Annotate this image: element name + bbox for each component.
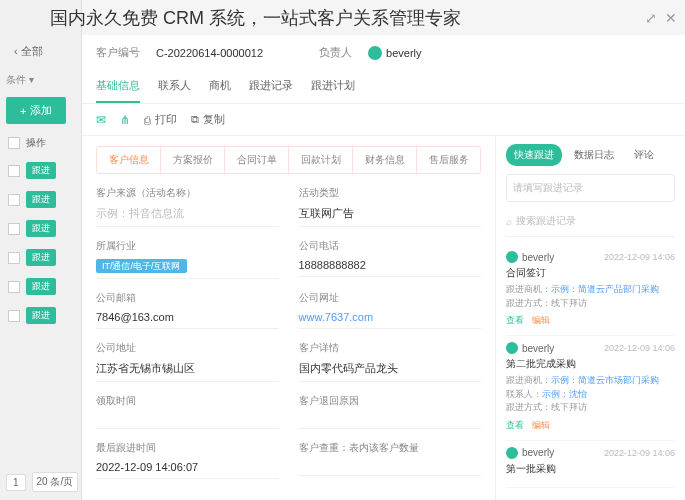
view-link[interactable]: 查看 — [506, 419, 524, 432]
log-time: 2022-12-09 14:06 — [604, 252, 675, 262]
table-row[interactable]: 跟进 — [0, 214, 81, 243]
page-number[interactable]: 1 — [6, 474, 26, 491]
subtab-quote[interactable]: 方案报价 — [161, 147, 225, 173]
table-row[interactable]: 跟进 — [0, 243, 81, 272]
field-value[interactable]: 国内零代码产品龙头 — [299, 358, 482, 382]
select-all-checkbox[interactable] — [8, 137, 20, 149]
copy-button[interactable]: ⧉ 复制 — [191, 112, 225, 127]
side-tabs: 快速跟进 数据日志 评论 — [506, 144, 675, 166]
log-time: 2022-12-09 14:06 — [604, 343, 675, 353]
edit-link[interactable]: 编辑 — [532, 419, 550, 432]
page-title: 国内永久免费 CRM 系统，一站式客户关系管理专家 — [50, 6, 461, 30]
close-icon[interactable]: ✕ — [665, 10, 677, 26]
follow-button[interactable]: 跟进 — [26, 220, 56, 237]
field-value[interactable] — [96, 411, 279, 429]
avatar-icon — [506, 447, 518, 459]
search-follow[interactable]: ⌕ 搜索跟进记录 — [506, 210, 675, 237]
log-user: beverly — [522, 447, 554, 458]
tab-opportunity[interactable]: 商机 — [209, 74, 231, 103]
field-label: 公司电话 — [299, 239, 482, 253]
row-checkbox[interactable] — [8, 310, 20, 322]
field-value[interactable] — [299, 411, 482, 429]
row-checkbox[interactable] — [8, 281, 20, 293]
col-operation: 操作 — [26, 136, 46, 150]
field-source: 客户来源（活动名称） 示例：抖音信息流 — [96, 186, 279, 227]
main-tabs: 基础信息 联系人 商机 跟进记录 跟进计划 — [82, 66, 685, 104]
field-receive-time: 领取时间 — [96, 394, 279, 429]
field-industry: 所属行业 IT/通信/电子/互联网 — [96, 239, 279, 279]
field-label: 客户来源（活动名称） — [96, 186, 279, 200]
tab-follow-record[interactable]: 跟进记录 — [249, 74, 293, 103]
filter-conditions[interactable]: 条件 ▾ — [0, 69, 81, 91]
table-row[interactable]: 跟进 — [0, 272, 81, 301]
table-header: 操作 — [0, 130, 81, 156]
customer-id-label: 客户编号 — [96, 45, 140, 60]
sidetab-data-log[interactable]: 数据日志 — [566, 144, 622, 166]
follow-button[interactable]: 跟进 — [26, 278, 56, 295]
edit-link[interactable]: 编辑 — [532, 314, 550, 327]
field-value[interactable]: 江苏省无锡市锡山区 — [96, 358, 279, 382]
field-value[interactable] — [299, 458, 482, 476]
field-value[interactable]: IT/通信/电子/互联网 — [96, 256, 279, 279]
add-button[interactable]: + 添加 — [6, 97, 66, 124]
view-link[interactable]: 查看 — [506, 314, 524, 327]
log-item: beverly 2022-12-09 14:06 第一批采购 — [506, 441, 675, 488]
share-icon[interactable]: ⋔ — [120, 113, 130, 127]
expand-icon[interactable]: ⤢ — [645, 10, 657, 26]
subtab-finance[interactable]: 财务信息 — [353, 147, 417, 173]
customer-id-value: C-20220614-0000012 — [156, 47, 263, 59]
field-last-follow: 最后跟进时间 2022-12-09 14:06:07 — [96, 441, 279, 479]
follow-button[interactable]: 跟进 — [26, 191, 56, 208]
log-user: beverly — [522, 343, 554, 354]
follow-input[interactable]: 请填写跟进记录 — [506, 174, 675, 202]
field-label: 所属行业 — [96, 239, 279, 253]
field-detail: 客户详情 国内零代码产品龙头 — [299, 341, 482, 382]
side-column: 快速跟进 数据日志 评论 请填写跟进记录 ⌕ 搜索跟进记录 beverly 20… — [495, 136, 685, 500]
follow-button[interactable]: 跟进 — [26, 162, 56, 179]
table-row[interactable]: 跟进 — [0, 185, 81, 214]
row-checkbox[interactable] — [8, 194, 20, 206]
row-checkbox[interactable] — [8, 223, 20, 235]
field-label: 客户详情 — [299, 341, 482, 355]
subtab-aftersale[interactable]: 售后服务 — [417, 147, 480, 173]
tab-basic-info[interactable]: 基础信息 — [96, 74, 140, 103]
log-user: beverly — [522, 252, 554, 263]
field-dup-check: 客户查重：表内该客户数量 — [299, 441, 482, 479]
tab-contacts[interactable]: 联系人 — [158, 74, 191, 103]
modal-controls: ⤢ ✕ — [645, 10, 677, 26]
search-icon: ⌕ — [506, 216, 512, 227]
row-checkbox[interactable] — [8, 165, 20, 177]
field-value[interactable]: 18888888882 — [299, 256, 482, 277]
field-address: 公司地址 江苏省无锡市锡山区 — [96, 341, 279, 382]
field-value[interactable]: 示例：抖音信息流 — [96, 203, 279, 227]
field-label: 公司邮箱 — [96, 291, 279, 305]
sub-tabs: 客户信息 方案报价 合同订单 回款计划 财务信息 售后服务 — [96, 146, 481, 174]
field-value[interactable]: 互联网广告 — [299, 203, 482, 227]
subtab-customer-info[interactable]: 客户信息 — [97, 147, 161, 173]
page-size-select[interactable]: 20 条/页 — [32, 472, 79, 492]
tab-follow-plan[interactable]: 跟进计划 — [311, 74, 355, 103]
follow-button[interactable]: 跟进 — [26, 307, 56, 324]
subtab-payment[interactable]: 回款计划 — [289, 147, 353, 173]
field-label: 领取时间 — [96, 394, 279, 408]
field-label: 公司地址 — [96, 341, 279, 355]
owner-label: 负责人 — [319, 45, 352, 60]
subtab-contract[interactable]: 合同订单 — [225, 147, 289, 173]
log-meta: 跟进商机：示例：简道云市场部门采购 联系人：示例：沈怡 跟进方式：线下拜访 — [506, 374, 675, 415]
field-value[interactable]: 2022-12-09 14:06:07 — [96, 458, 279, 479]
log-time: 2022-12-09 14:06 — [604, 448, 675, 458]
table-row[interactable]: 跟进 — [0, 156, 81, 185]
field-type: 活动类型 互联网广告 — [299, 186, 482, 227]
all-filter[interactable]: ‹ 全部 — [6, 40, 51, 63]
sidetab-quick-follow[interactable]: 快速跟进 — [506, 144, 562, 166]
field-value[interactable]: 7846@163.com — [96, 308, 279, 329]
field-url: 公司网址 www.7637.com — [299, 291, 482, 329]
message-icon[interactable]: ✉ — [96, 113, 106, 127]
follow-button[interactable]: 跟进 — [26, 249, 56, 266]
table-row[interactable]: 跟进 — [0, 301, 81, 330]
row-checkbox[interactable] — [8, 252, 20, 264]
sidetab-comment[interactable]: 评论 — [626, 144, 662, 166]
print-button[interactable]: ⎙ 打印 — [144, 112, 177, 127]
owner-value: beverly — [368, 46, 421, 60]
field-value[interactable]: www.7637.com — [299, 308, 482, 329]
